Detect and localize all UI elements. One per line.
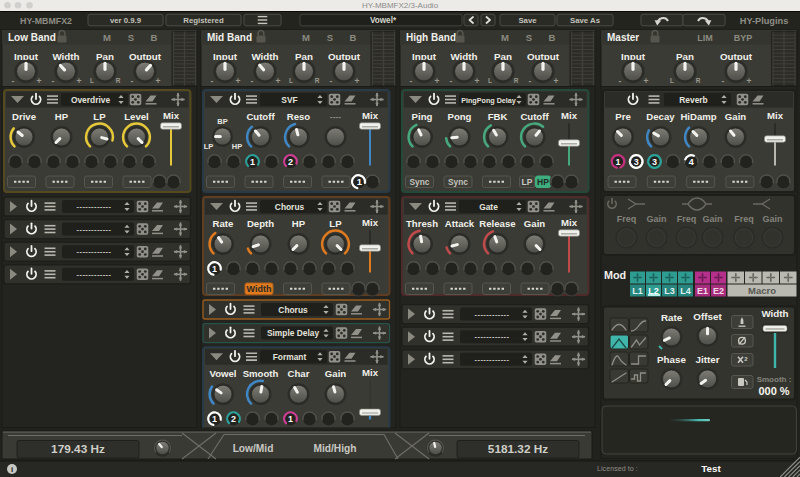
- svg-text:Freq: Freq: [677, 214, 697, 224]
- svg-text:R: R: [116, 77, 121, 84]
- svg-text:Mix: Mix: [561, 110, 578, 121]
- svg-text:Simple Delay: Simple Delay: [267, 328, 319, 338]
- svg-text:2: 2: [231, 414, 236, 424]
- svg-text:LP: LP: [93, 111, 106, 122]
- svg-text:+: +: [435, 76, 440, 86]
- svg-text:+: +: [554, 76, 559, 86]
- svg-text:E1: E1: [697, 286, 708, 296]
- svg-text:HY-Plugins: HY-Plugins: [740, 16, 789, 26]
- svg-text:-: -: [52, 76, 55, 86]
- svg-text:R: R: [514, 77, 519, 84]
- svg-text:Mid Band: Mid Band: [207, 32, 252, 43]
- svg-text:Width: Width: [761, 308, 788, 319]
- svg-text:Gain: Gain: [646, 214, 666, 224]
- svg-text:R: R: [315, 77, 320, 84]
- svg-text:Depth: Depth: [247, 218, 274, 229]
- svg-text:3: 3: [652, 157, 657, 167]
- svg-text:L: L: [90, 77, 94, 84]
- svg-text:HP: HP: [55, 111, 69, 122]
- svg-text:S: S: [327, 32, 333, 43]
- svg-text:Sync: Sync: [410, 177, 430, 187]
- svg-text:Width: Width: [247, 284, 272, 294]
- svg-text:L: L: [670, 77, 674, 84]
- svg-text:-: -: [450, 76, 453, 86]
- svg-text:------------: ------------: [475, 355, 510, 364]
- svg-text:Gain: Gain: [762, 214, 782, 224]
- svg-text:LP: LP: [204, 142, 214, 151]
- svg-text:HP: HP: [292, 218, 306, 229]
- svg-text:Cutoff: Cutoff: [520, 111, 549, 122]
- svg-text:-: -: [251, 76, 254, 86]
- svg-text:Gate: Gate: [479, 202, 498, 212]
- svg-text:Release: Release: [479, 218, 515, 229]
- svg-text:Gain: Gain: [325, 368, 346, 379]
- svg-text:-: -: [529, 76, 532, 86]
- svg-text:Chorus: Chorus: [275, 202, 305, 212]
- svg-text:5181.32 Hz: 5181.32 Hz: [488, 442, 548, 456]
- svg-text:Jitter: Jitter: [696, 354, 720, 365]
- svg-text:+: +: [37, 76, 42, 86]
- svg-text:Vowel*: Vowel*: [370, 16, 397, 25]
- svg-text:L: L: [289, 77, 293, 84]
- svg-text:2: 2: [288, 157, 293, 167]
- svg-text:+: +: [644, 76, 649, 86]
- svg-text:Char: Char: [288, 368, 310, 379]
- svg-text:Low Band: Low Band: [8, 32, 56, 43]
- svg-text:BYP: BYP: [734, 33, 753, 43]
- svg-text:------------: ------------: [475, 310, 510, 319]
- svg-text:Smooth :: Smooth :: [757, 375, 792, 384]
- svg-text:Mix: Mix: [163, 110, 180, 121]
- svg-text:1: 1: [212, 414, 217, 424]
- svg-text:Ping: Ping: [412, 111, 433, 122]
- svg-text:Low/Mid: Low/Mid: [233, 443, 274, 454]
- svg-text:-: -: [619, 76, 622, 86]
- svg-text:Overdrive: Overdrive: [71, 95, 110, 105]
- svg-text:Level: Level: [124, 111, 149, 122]
- svg-text:L1: L1: [632, 286, 643, 296]
- svg-text:Save: Save: [518, 16, 537, 25]
- svg-text:-: -: [330, 76, 333, 86]
- svg-text:Gain: Gain: [702, 214, 722, 224]
- svg-text:Freq: Freq: [734, 214, 754, 224]
- svg-text:Mix: Mix: [561, 217, 578, 228]
- svg-text:HP: HP: [232, 142, 242, 151]
- svg-text:Mix: Mix: [362, 217, 379, 228]
- svg-text:Decay: Decay: [646, 111, 675, 122]
- svg-text:B: B: [350, 32, 357, 43]
- svg-text:Formant: Formant: [273, 352, 307, 362]
- svg-text:Master: Master: [607, 32, 639, 43]
- svg-text:L3: L3: [664, 286, 675, 296]
- svg-text:L2: L2: [648, 286, 659, 296]
- svg-text:FBK: FBK: [488, 111, 508, 122]
- svg-text:Sync: Sync: [448, 177, 468, 187]
- svg-text:-: -: [131, 76, 134, 86]
- svg-text:+: +: [355, 76, 360, 86]
- svg-text:1: 1: [288, 414, 293, 424]
- svg-text:Cutoff: Cutoff: [246, 111, 275, 122]
- svg-text:L4: L4: [680, 286, 691, 296]
- svg-text:PingPong Delay: PingPong Delay: [461, 96, 516, 105]
- svg-text:3: 3: [634, 157, 639, 167]
- svg-text:1: 1: [250, 157, 255, 167]
- svg-text:----: ----: [330, 112, 341, 122]
- svg-text:HiDamp: HiDamp: [680, 111, 716, 122]
- svg-text:LP: LP: [329, 218, 342, 229]
- svg-text:Rate: Rate: [661, 312, 683, 323]
- svg-text:Licensed to :: Licensed to :: [597, 464, 638, 473]
- svg-text:-: -: [410, 76, 413, 86]
- svg-text:Mid/High: Mid/High: [313, 443, 356, 454]
- svg-text:-: -: [12, 76, 15, 86]
- svg-text:Pong: Pong: [448, 111, 472, 122]
- svg-text:Thresh: Thresh: [406, 218, 438, 229]
- svg-text:-: -: [722, 76, 725, 86]
- svg-text:BP: BP: [217, 117, 227, 126]
- svg-text:S: S: [128, 32, 134, 43]
- svg-text:Pre: Pre: [615, 111, 630, 122]
- svg-text:S: S: [526, 32, 532, 43]
- svg-text:1: 1: [357, 176, 363, 187]
- svg-text:Mix: Mix: [362, 110, 379, 121]
- svg-text:M: M: [501, 32, 509, 43]
- svg-text:Smooth: Smooth: [243, 368, 279, 379]
- svg-text:SVF: SVF: [281, 95, 297, 105]
- svg-text:Mod: Mod: [604, 269, 626, 281]
